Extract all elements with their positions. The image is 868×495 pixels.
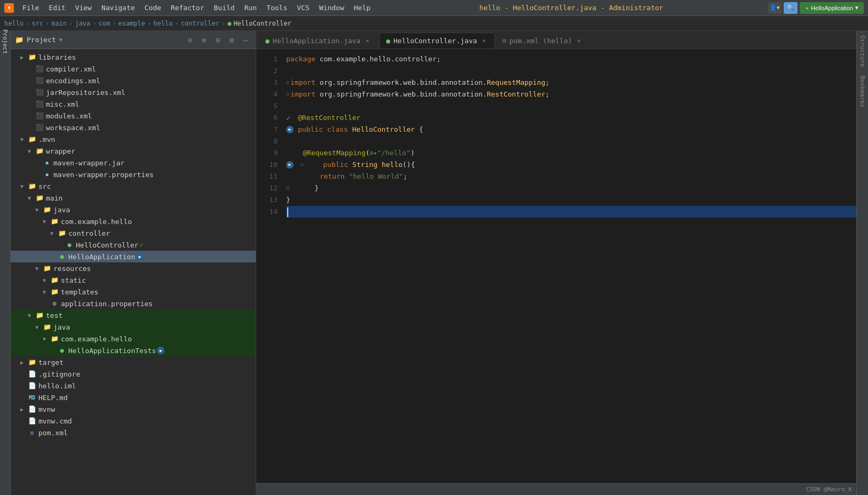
tree-item-com-example[interactable]: ▼ 📁 com.example.hello (11, 215, 256, 227)
code-line-1: package com.example.hello.controller; (286, 53, 856, 65)
tree-item-pom-xml[interactable]: m pom.xml (11, 427, 256, 438)
run-config-label: HelloApplication (811, 5, 853, 11)
bc-hello[interactable]: hello (4, 20, 23, 27)
tree-item-app-props[interactable]: ⚙ application.properties (11, 298, 256, 309)
tree-item-mvnw-cmd[interactable]: 📄 mvnw.cmd (11, 415, 256, 427)
tree-item-src[interactable]: ▼ 📁 src (11, 180, 256, 192)
tab-icon-hello-app: ● (265, 37, 270, 45)
bc-src[interactable]: src (31, 20, 43, 27)
tab-close-hello-ctrl[interactable]: × (480, 37, 488, 45)
bc-main[interactable]: main (51, 20, 67, 27)
badge-tests: ▶ (157, 347, 164, 354)
tree-item-modules[interactable]: ⬛ modules.xml (11, 110, 256, 122)
tree-item-workspace[interactable]: ⬛ workspace.xml (11, 122, 256, 133)
menu-run[interactable]: Run (240, 3, 261, 13)
menu-view[interactable]: View (71, 3, 96, 13)
code-line-11: return "hello World"; (286, 171, 856, 182)
code-content[interactable]: package com.example.hello.controller; ⊖ … (282, 49, 856, 483)
tab-close-hello-app[interactable]: × (364, 37, 371, 45)
tree-item-compiler[interactable]: ⬛ compiler.xml (11, 63, 256, 75)
tree-item-static[interactable]: ▼ 📁 static (11, 274, 256, 286)
bc-java[interactable]: java (75, 20, 90, 27)
tree-item-resources[interactable]: ▼ 📁 resources (11, 262, 256, 274)
panel-close-btn[interactable]: — (240, 34, 251, 46)
code-line-6: ✓ @RestController (286, 112, 856, 124)
panel-dropdown[interactable]: ▼ (59, 37, 62, 43)
code-line-8 (286, 135, 856, 147)
tree-item-gitignore[interactable]: 📄 .gitignore (11, 368, 256, 380)
tree-item-templates[interactable]: ▼ 📁 templates (11, 286, 256, 298)
menu-edit[interactable]: Edit (44, 3, 69, 13)
tree-item-target[interactable]: ▶ 📁 target (11, 356, 256, 368)
tree-item-mvn[interactable]: ▼ 📁 .mvn (11, 133, 256, 145)
run-config-btn[interactable]: ● HelloApplication ▾ (800, 2, 864, 14)
gutter-run-10[interactable]: ▶ (286, 161, 294, 169)
tree-item-mvnw[interactable]: ▶ 📄 mvnw (11, 403, 256, 415)
search-btn[interactable]: 🔍 (784, 2, 798, 14)
fold-icon-3[interactable]: ⊖ (286, 77, 289, 89)
menu-help[interactable]: Help (350, 3, 375, 13)
bc-hello2[interactable]: hello (153, 20, 172, 27)
code-editor[interactable]: 1 2 3 4 5 6 7 8 9 10 11 12 13 14 package… (256, 49, 856, 483)
title-actions: 👤▾ 🔍 ● HelloApplication ▾ (768, 2, 864, 14)
code-line-4: ⊖ import org.springframework.web.bind.an… (286, 89, 856, 100)
menu-code[interactable]: Code (140, 3, 165, 13)
tab-hello-application[interactable]: ● HelloApplication.java × (258, 33, 378, 49)
tree-item-java-test[interactable]: ▼ 📁 java (11, 321, 256, 333)
app-logo: ♦ (4, 3, 14, 13)
menu-tools[interactable]: Tools (262, 3, 291, 13)
panel-expand-btn[interactable]: ⊟ (212, 34, 224, 46)
tree-item-controller[interactable]: ▼ 📁 controller (11, 227, 256, 239)
menu-navigate[interactable]: Navigate (97, 3, 139, 13)
menu-refactor[interactable]: Refactor (167, 3, 209, 13)
file-tree: ▶ 📁 libraries ⬛ compiler.xml ⬛ encodings… (11, 49, 256, 495)
tab-pom-xml[interactable]: m pom.xml (hello) × (496, 33, 590, 49)
menu-file[interactable]: File (18, 3, 43, 13)
tree-item-help-md[interactable]: MD HELP.md (11, 392, 256, 403)
menu-window[interactable]: Window (315, 3, 349, 13)
menu-build[interactable]: Build (210, 3, 239, 13)
fold-icon-4[interactable]: ⊖ (286, 89, 289, 100)
tab-hello-controller[interactable]: ● HelloController.java × (379, 33, 494, 49)
account-btn[interactable]: 👤▾ (768, 2, 782, 14)
tree-item-com-example-test[interactable]: ▼ 📁 com.example.hello (11, 333, 256, 345)
tree-item-hello-application[interactable]: ● HelloApplication ▶ (11, 251, 256, 262)
structure-btn[interactable]: Structure (858, 33, 867, 69)
file-icon-encodings: ⬛ (35, 76, 44, 85)
bc-example[interactable]: example (118, 20, 145, 27)
tree-item-test[interactable]: ▼ 📁 test (11, 309, 256, 321)
line-numbers: 1 2 3 4 5 6 7 8 9 10 11 12 13 14 (256, 49, 282, 483)
folder-icon-com-example-test: 📁 (50, 334, 59, 343)
code-line-9: @RequestMapping(⊙▾"/hello") (286, 147, 856, 159)
tree-item-main[interactable]: ▼ 📁 main (11, 192, 256, 204)
panel-settings-btn[interactable]: ⚙ (226, 34, 238, 46)
bookmarks-btn[interactable]: Bookmarks (858, 74, 867, 110)
code-line-3: ⊖ import org.springframework.web.bind.an… (286, 77, 856, 89)
bc-controller[interactable]: controller (181, 20, 219, 27)
gutter-run-7[interactable]: ▶ (286, 126, 294, 133)
fold-icon-10[interactable]: ⊖ (298, 159, 306, 171)
tree-item-hello-iml[interactable]: 📄 hello.iml (11, 380, 256, 392)
panel-collapse-btn[interactable]: ≡ (198, 34, 210, 46)
file-icon-help-md: MD (28, 393, 36, 402)
tree-item-hello-app-tests[interactable]: ● HelloApplicationTests ▶ (11, 345, 256, 356)
menu-vcs[interactable]: VCS (293, 3, 313, 13)
panel-title: 📁 Project ▼ (15, 36, 180, 44)
tree-item-jar-repos[interactable]: ⬛ jarRepositories.xml (11, 86, 256, 98)
tree-item-java-main[interactable]: ▼ 📁 java (11, 204, 256, 215)
tree-item-encodings[interactable]: ⬛ encodings.xml (11, 75, 256, 86)
fold-icon-12[interactable]: ⊟ (286, 182, 289, 194)
tree-item-misc[interactable]: ⬛ misc.xml (11, 98, 256, 110)
tree-item-wrapper-jar[interactable]: ▪ maven-wrapper.jar (11, 157, 256, 169)
tree-item-hello-controller[interactable]: ● HelloController ✓ (11, 239, 256, 251)
run-config-icon: ● (805, 5, 809, 11)
project-icon[interactable]: Project (1, 37, 10, 46)
tree-item-wrapper-props[interactable]: ▪ maven-wrapper.properties (11, 169, 256, 180)
bc-icon: ● (227, 20, 231, 27)
code-line-14[interactable] (286, 206, 856, 218)
tree-item-libraries[interactable]: ▶ 📁 libraries (11, 51, 256, 63)
tab-close-pom[interactable]: × (575, 37, 583, 45)
bc-com[interactable]: com (99, 20, 111, 27)
tree-item-wrapper[interactable]: ▼ 📁 wrapper (11, 145, 256, 157)
panel-sync-btn[interactable]: ⊙ (184, 34, 196, 46)
